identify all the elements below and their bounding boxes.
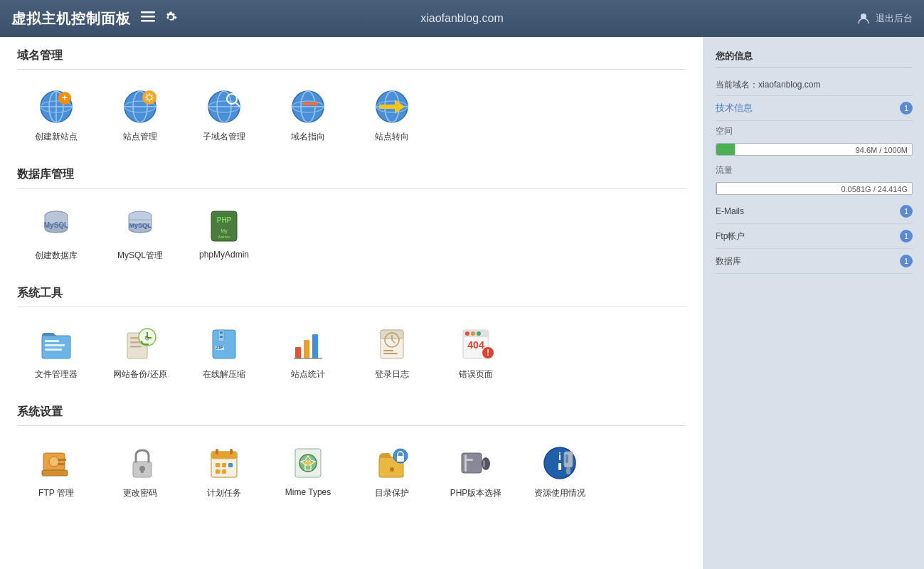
svg-point-69: [465, 331, 469, 336]
tools-section-title: 系统工具: [17, 286, 686, 307]
resource-icon: i: [541, 445, 578, 482]
svg-rect-1: [141, 16, 155, 18]
svg-text:404: 404: [467, 339, 484, 351]
stats-item[interactable]: 站点统计: [269, 319, 347, 388]
ftp-row: Ftp帐户 1: [716, 224, 913, 249]
tools-icon-grid: 文件管理器 ↻: [17, 319, 686, 388]
globe-search-icon: [206, 88, 243, 125]
site-forward-item[interactable]: 站点转向: [353, 81, 431, 150]
svg-rect-79: [42, 470, 68, 476]
mime-label: Mime Types: [285, 487, 331, 497]
svg-rect-50: [130, 346, 142, 348]
subdomain-item[interactable]: 子域名管理: [185, 81, 263, 150]
svg-rect-110: [566, 467, 570, 474]
svg-point-96: [390, 467, 394, 472]
log-item[interactable]: 登录日志: [353, 319, 431, 388]
svg-rect-87: [216, 463, 220, 467]
globe-arrow-icon: [373, 88, 410, 125]
emails-label: E-Mails: [716, 206, 744, 216]
svg-rect-101: [464, 454, 467, 472]
svg-point-70: [471, 331, 475, 336]
svg-rect-46: [45, 349, 62, 351]
backup-label: 网站备份/还原: [113, 368, 166, 381]
svg-rect-77: [58, 459, 66, 461]
backup-item[interactable]: ↻ 网站备份/还原: [101, 319, 179, 388]
current-domain-text: 当前域名：xiaofanblog.com: [716, 80, 820, 90]
current-domain-row: 当前域名：xiaofanblog.com: [716, 75, 913, 96]
file-manager-icon: [38, 326, 75, 363]
svg-rect-103: [483, 460, 485, 467]
zip-label: 在线解压缩: [203, 368, 245, 381]
emails-badge: 1: [900, 205, 913, 218]
domain-redirect-label: 域名指向: [291, 131, 325, 143]
svg-text:↻: ↻: [144, 335, 150, 342]
sidebar-title: 您的信息: [716, 46, 913, 68]
file-manager-item[interactable]: 文件管理器: [17, 319, 95, 388]
resource-item[interactable]: i 资源使用情况: [521, 437, 599, 506]
svg-rect-91: [222, 469, 226, 474]
svg-rect-99: [397, 456, 404, 462]
svg-text:PHP: PHP: [217, 216, 232, 224]
ftp-account-label: Ftp帐户: [716, 230, 745, 243]
password-item[interactable]: 更改密码: [101, 437, 179, 506]
phpmyadmin-item[interactable]: PHP My Admin phpMyAdmin: [185, 200, 263, 269]
db-create-icon: MySQL: [38, 207, 75, 244]
svg-text:My: My: [221, 228, 228, 234]
svg-rect-60: [312, 334, 318, 358]
svg-rect-44: [45, 340, 59, 342]
subdomain-label: 子域名管理: [203, 131, 245, 143]
mime-item[interactable]: Mime Types: [269, 437, 347, 506]
svg-rect-43: [42, 336, 70, 358]
content-area: 域名管理 + 创建新站点: [0, 37, 703, 569]
svg-rect-45: [45, 344, 65, 346]
domain-redirect-item[interactable]: 域名指向: [269, 81, 347, 150]
space-text: 94.6M / 1000M: [856, 144, 908, 156]
tools-section: 系统工具 文件管理器: [17, 286, 686, 388]
create-db-item[interactable]: MySQL 创建数据库: [17, 200, 95, 269]
tech-info-row[interactable]: 技术信息 1: [716, 96, 913, 121]
settings-icon[interactable]: [164, 10, 178, 28]
globe-redirect-icon: [290, 88, 326, 125]
traffic-label: 流量: [716, 160, 913, 178]
ftp-item[interactable]: FTP 管理: [17, 437, 95, 506]
traffic-fill: [716, 183, 717, 194]
globe-gear-icon: [122, 88, 159, 125]
create-site-item[interactable]: + 创建新站点: [17, 81, 95, 150]
cron-item[interactable]: 计划任务: [185, 437, 263, 506]
logout-button[interactable]: 退出后台: [857, 12, 913, 25]
emails-row: E-Mails 1: [716, 199, 913, 224]
svg-rect-0: [141, 11, 155, 14]
zip-item[interactable]: ZIP 在线解压缩: [185, 319, 263, 388]
database-section: 数据库管理 MySQL 创建数据库: [17, 167, 686, 269]
space-progress: 94.6M / 1000M: [716, 143, 913, 156]
tech-info-badge: 1: [900, 102, 913, 115]
globe-new-icon: +: [38, 88, 75, 125]
error-page-item[interactable]: 404 ! 错误页面: [437, 319, 515, 388]
mysql-manage-item[interactable]: MySQL MySQL管理: [101, 200, 179, 269]
mysql-manage-label: MySQL管理: [117, 250, 163, 262]
svg-rect-109: [565, 454, 568, 463]
settings-section-title: 系统设置: [17, 405, 686, 426]
svg-rect-104: [464, 459, 473, 461]
ftp-badge: 1: [900, 230, 913, 243]
svg-point-76: [49, 457, 59, 467]
resource-label: 资源使用情况: [534, 487, 585, 499]
dir-protect-item[interactable]: 目录保护: [353, 437, 431, 506]
svg-rect-56: [220, 336, 223, 338]
svg-rect-2: [141, 20, 155, 22]
php-item[interactable]: PHP版本选择: [437, 437, 515, 506]
svg-point-71: [477, 331, 481, 336]
backup-icon: ↻: [122, 326, 159, 363]
db-mysql-icon: MySQL: [122, 207, 159, 244]
svg-rect-84: [211, 452, 237, 459]
db-badge: 1: [900, 255, 913, 267]
site-manage-item[interactable]: 站点管理: [101, 81, 179, 150]
menu-icon[interactable]: [141, 11, 155, 26]
cron-label: 计划任务: [207, 487, 241, 499]
svg-rect-58: [295, 347, 301, 358]
domain-section: 域名管理 + 创建新站点: [17, 48, 686, 150]
app-title: 虚拟主机控制面板: [11, 9, 131, 28]
svg-text:i: i: [558, 451, 561, 462]
file-manager-label: 文件管理器: [35, 368, 78, 381]
error-page-icon: 404 !: [457, 326, 494, 363]
